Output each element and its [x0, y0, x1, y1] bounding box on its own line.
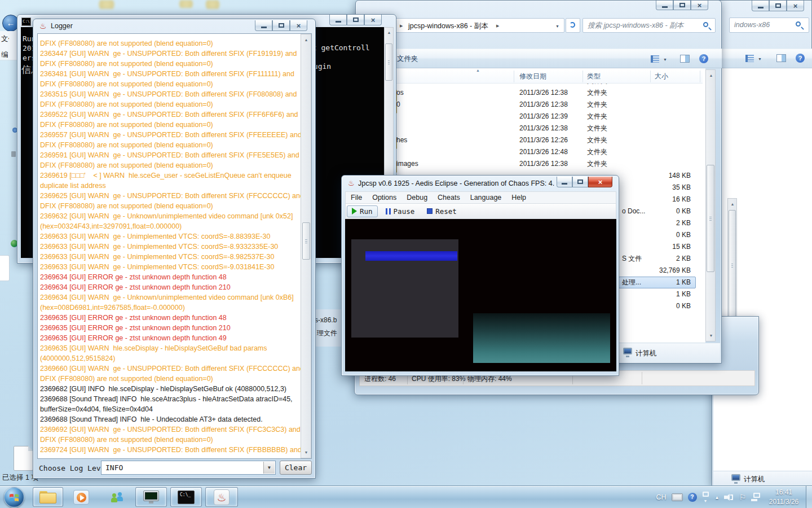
minimize-button[interactable] — [656, 1, 673, 10]
file-size: 0 KB — [676, 229, 691, 241]
logger-controls: Choose Log Level INFO ▼ Clear — [37, 460, 312, 477]
taskbar-mediaplayer-button[interactable] — [67, 487, 96, 507]
menu-help[interactable]: Help — [506, 192, 531, 204]
maximize-button[interactable] — [572, 177, 588, 187]
taskbar-java-button[interactable]: ♨ — [205, 487, 238, 507]
preview-pane-icon[interactable] — [680, 55, 690, 63]
views-dropdown-icon[interactable]: ▼ — [663, 58, 667, 62]
volume-icon[interactable] — [724, 493, 734, 502]
explorer-scrollbar[interactable]: ▲ ▼ — [705, 69, 716, 341]
menu-cheats[interactable]: Cheats — [433, 192, 465, 204]
selected-file-icon[interactable] — [14, 446, 33, 471]
taskbar-messenger-button[interactable] — [103, 487, 132, 507]
maximize-button[interactable] — [347, 15, 364, 25]
reset-button[interactable]: Reset — [422, 206, 461, 217]
close-button[interactable]: × — [290, 20, 307, 31]
log-line: 2369682 [GUI] INFO hle.sceDisplay - hleD… — [38, 384, 301, 394]
menu-debug[interactable]: Debug — [401, 192, 433, 204]
play-icon — [352, 208, 357, 214]
column-header-size[interactable]: 大小 — [655, 69, 668, 84]
log-line: 2369634 [GUI] WARN ge - Unknown/unimplem… — [38, 292, 301, 303]
computer-icon — [731, 474, 740, 481]
clock[interactable]: 16:41 2011/3/26 — [764, 488, 804, 507]
combo-dropdown-icon[interactable]: ▼ — [263, 462, 275, 474]
close-button[interactable]: × — [588, 177, 612, 187]
refresh-button[interactable] — [566, 18, 580, 33]
breadcrumb-dropdown-icon[interactable]: ▼ — [555, 24, 559, 28]
breadcrumb[interactable]: jpcsp-windows-x86 - 副本 — [408, 21, 488, 31]
views-icon[interactable] — [651, 55, 659, 63]
column-headers[interactable]: 修改日期 类型 大小 ▲ — [366, 69, 703, 84]
desktop-icon-blob — [178, 0, 195, 8]
run-button[interactable]: Run — [347, 205, 378, 217]
show-desktop-button[interactable] — [806, 486, 812, 508]
table-row[interactable]: 02011/3/26 12:38文件夹 — [366, 99, 703, 111]
help-tray-icon[interactable]: ? — [688, 493, 697, 502]
menu-file[interactable]: File — [346, 192, 367, 204]
log-line: 2369633 [GUI] WARN ge - Unimplemented VT… — [38, 262, 301, 272]
table-row[interactable]: images2011/3/26 12:38文件夹 — [366, 158, 703, 170]
language-indicator[interactable]: CH — [656, 493, 666, 501]
maximize-button[interactable] — [272, 20, 290, 31]
log-line: 2369633 [GUI] WARN ge - Unimplemented VT… — [38, 242, 301, 252]
column-header-date[interactable]: 修改日期 — [519, 69, 546, 84]
search-box[interactable]: 搜索 jpcsp-windows-x86 - 副本 — [582, 18, 716, 33]
jpcsp-menubar[interactable]: FileOptionsDebugCheatsLanguageHelp — [345, 191, 616, 204]
column-header-type[interactable]: 类型 — [587, 69, 601, 84]
table-row[interactable]: 2011/3/26 12:38文件夹 — [366, 122, 703, 134]
close-button[interactable]: × — [364, 15, 382, 25]
breadcrumb-bar[interactable]: ▶ jpcsp-windows-x86 - 副本 ▶ ▼ — [395, 18, 564, 33]
menu-fragment-edit[interactable]: 编辑 — [1, 50, 8, 60]
menu-options[interactable]: Options — [367, 192, 401, 204]
start-button[interactable] — [4, 487, 24, 507]
file-type: 文件夹 — [587, 99, 607, 111]
close-button[interactable]: × — [691, 1, 708, 10]
restore-button[interactable] — [769, 1, 787, 11]
log-line: DFIX (FF808080) are not supported (blend… — [38, 201, 301, 211]
log-line: 2369692 [GUI] WARN ge - UNSUPPORTED: Bot… — [38, 424, 301, 435]
log-line: bufferSize=0x4d04, fileSize=0x4d04 — [38, 404, 301, 414]
minimize-button[interactable] — [329, 15, 347, 25]
search-text-fragment: indows-x86 — [730, 18, 792, 32]
table-row[interactable]: hes2011/3/26 12:26文件夹 — [366, 134, 703, 146]
views-icon[interactable] — [745, 55, 754, 62]
menu-language[interactable]: Language — [465, 192, 507, 204]
help-icon[interactable]: ? — [699, 54, 708, 63]
table-row[interactable]: 2011/3/26 12:48文件夹 — [366, 146, 703, 158]
restore-tray-icon[interactable]: ▼ — [702, 491, 710, 503]
help-icon[interactable]: ? — [796, 54, 805, 63]
taskbar-taskmanager-button[interactable] — [135, 487, 167, 507]
clear-button[interactable]: Clear — [280, 461, 312, 475]
log-level-select[interactable]: INFO ▼ — [101, 461, 276, 475]
toolbar-text-fragment[interactable]: 文件夹 — [397, 54, 418, 64]
keyboard-icon[interactable] — [672, 493, 683, 501]
logger-log[interactable]: DFIX (FF808080) are not supported (blend… — [38, 38, 301, 455]
pause-button[interactable]: Pause — [381, 206, 420, 217]
nav-item-icon[interactable] — [11, 151, 16, 157]
log-line: 2369591 [GUI] WARN ge - UNSUPPORTED: Bot… — [38, 150, 301, 160]
minimize-button[interactable] — [557, 177, 572, 187]
show-hidden-icons[interactable]: ▲ — [715, 495, 720, 500]
views-dropdown-icon[interactable]: ▼ — [758, 57, 762, 61]
menu-fragment-file[interactable]: 文件 — [1, 34, 9, 44]
taskbar-explorer-button[interactable] — [33, 487, 63, 507]
reset-label: Reset — [435, 207, 457, 216]
preview-pane-icon[interactable] — [776, 54, 786, 62]
table-row[interactable]: os2011/3/26 12:38文件夹 — [366, 87, 703, 99]
logger-scrollbar[interactable]: ▲ ▼ — [301, 34, 311, 458]
explorer2-search-box[interactable]: indows-x86 — [729, 17, 809, 33]
action-center-flag-icon[interactable]: ⚐ — [739, 493, 746, 502]
table-row[interactable]: 2011/3/26 12:39文件夹 — [366, 111, 703, 122]
file-name: 0 — [396, 99, 400, 111]
restore-button[interactable] — [673, 1, 691, 10]
taskbar-cmd-button[interactable]: C:\_ — [170, 487, 202, 507]
computer-icon — [623, 348, 632, 354]
jpcsp-title: Jpcsp v0.6 1925 - Aedis Eclipse - Genera… — [358, 179, 554, 187]
minimize-button[interactable] — [255, 20, 272, 31]
explorer2-scrollbar[interactable]: ▲ ▼ — [727, 198, 737, 335]
file-size: 2 KB — [676, 217, 691, 229]
minimize-button[interactable] — [752, 1, 769, 11]
close-button[interactable]: × — [787, 1, 804, 11]
jpcsp-toolbar[interactable]: RunPauseReset — [345, 204, 616, 219]
network-icon[interactable] — [751, 493, 761, 502]
